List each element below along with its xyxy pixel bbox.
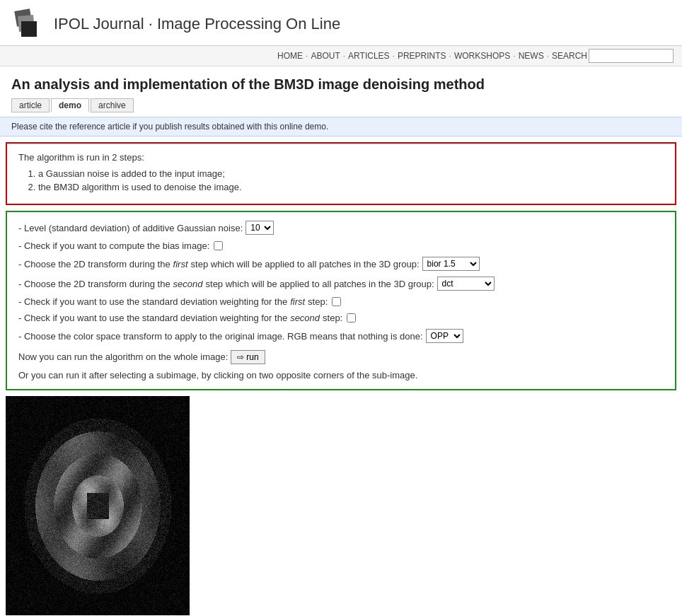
param-bias: - Check if you want to compute the bias …: [18, 240, 664, 251]
run-section: Now you can run the algorithm on the who…: [18, 350, 664, 364]
nav-home[interactable]: HOME: [277, 51, 303, 61]
color-space-label: - Choose the color space transform to ap…: [18, 331, 423, 342]
transform-second-label-post: step which will be applied to all patche…: [206, 279, 434, 289]
param-stddev-second: - Check if you want to use the standard …: [18, 313, 664, 323]
transform-first-select[interactable]: bior 1.5 dct dst hadamard: [422, 257, 480, 271]
info-bar: Please cite the reference article if you…: [0, 117, 682, 136]
stddev-second-label-em: second: [290, 313, 320, 323]
param-transform-first: - Choose the 2D transform during the fir…: [18, 257, 664, 271]
run-button[interactable]: ⇨ run: [231, 350, 265, 364]
algo-step-1: a Gaussian noise is added to the input i…: [38, 168, 664, 179]
subimage-note: Or you can run it after selecting a subi…: [18, 370, 664, 380]
noise-level-select[interactable]: 10 20 30 40 50: [245, 221, 274, 235]
page-title: An analysis and implementation of the BM…: [0, 66, 682, 98]
stddev-first-label-post: step:: [308, 296, 328, 307]
nav-workshops[interactable]: WORKSHOPS: [454, 51, 510, 61]
stddev-first-label-em: first: [290, 296, 305, 307]
nav-news[interactable]: NEWS: [519, 51, 544, 61]
demo-image: [6, 396, 190, 615]
transform-second-label-pre: - Choose the 2D transform during the: [18, 279, 170, 289]
info-bar-text: Please cite the reference article if you…: [11, 122, 328, 132]
nav-articles[interactable]: ARTICLES: [348, 51, 389, 61]
bias-checkbox[interactable]: [214, 241, 223, 250]
tabs: article demo archive: [0, 98, 682, 117]
algo-step-2: the BM3D algorithm is used to denoise th…: [38, 182, 664, 192]
site-title: IPOL Journal · Image Processing On Line: [54, 15, 340, 33]
nav-about[interactable]: ABOUT: [311, 51, 340, 61]
nav-search[interactable]: SEARCH: [552, 51, 587, 61]
stddev-first-label-pre: - Check if you want to use the standard …: [18, 296, 287, 307]
transform-first-label-em: first: [173, 259, 188, 269]
header: IPOL Journal · Image Processing On Line: [0, 0, 682, 46]
bias-label: - Check if you want to compute the bias …: [18, 240, 209, 251]
tab-archive[interactable]: archive: [91, 98, 134, 112]
param-noise-level: - Level (standard deviation) of additive…: [18, 221, 664, 235]
param-stddev-first: - Check if you want to use the standard …: [18, 296, 664, 307]
params-box: - Level (standard deviation) of additive…: [6, 211, 676, 390]
stddev-second-label-pre: - Check if you want to use the standard …: [18, 313, 287, 323]
tab-article[interactable]: article: [11, 98, 50, 112]
color-space-select[interactable]: OPP RGB YUV: [426, 329, 463, 343]
ipol-logo: [8, 6, 45, 42]
image-area: [6, 396, 676, 616]
stddev-first-checkbox[interactable]: [332, 297, 341, 306]
search-input[interactable]: [589, 49, 674, 63]
transform-second-label-em: second: [173, 279, 203, 289]
run-label: Now you can run the algorithm on the who…: [18, 351, 228, 362]
transform-first-label-pre: - Choose the 2D transform during the: [18, 259, 170, 269]
transform-second-select[interactable]: dct bior 1.5 dst hadamard: [437, 277, 495, 291]
noise-level-label: - Level (standard deviation) of additive…: [18, 223, 243, 233]
nav-preprints[interactable]: PREPRINTS: [398, 51, 446, 61]
algo-intro: The algorithm is run in 2 steps:: [18, 152, 664, 163]
algorithm-box: The algorithm is run in 2 steps: a Gauss…: [6, 142, 676, 205]
navigation: HOME · ABOUT · ARTICLES · PREPRINTS · WO…: [0, 46, 682, 66]
param-color-space: - Choose the color space transform to ap…: [18, 329, 664, 343]
stddev-second-label-post: step:: [323, 313, 342, 323]
algo-steps: a Gaussian noise is added to the input i…: [38, 168, 664, 192]
stddev-second-checkbox[interactable]: [347, 313, 356, 322]
transform-first-label-post: step which will be applied to all patche…: [191, 259, 420, 269]
svg-rect-2: [21, 21, 37, 37]
param-transform-second: - Choose the 2D transform during the sec…: [18, 277, 664, 291]
tab-demo[interactable]: demo: [51, 98, 89, 112]
